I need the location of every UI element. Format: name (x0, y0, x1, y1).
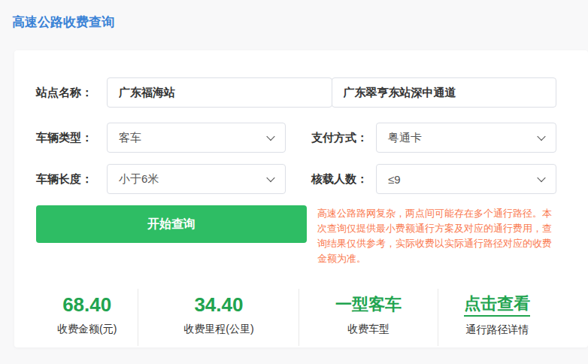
query-card: 站点名称： 车辆类型： 客车 支付方式： 粤通卡 车辆长度： 小于6米 (14, 50, 588, 347)
vehicle-length-label: 车辆长度： (36, 172, 107, 187)
station-to-input[interactable] (332, 77, 557, 108)
vehicle-length-select[interactable]: 小于6米 (107, 164, 286, 194)
toll-amount-label: 收费金额(元) (36, 323, 138, 336)
vehicle-class-value: 一型客车 (299, 293, 437, 316)
chevron-down-icon (266, 174, 274, 182)
chevron-down-icon (266, 132, 274, 141)
vehicle-length-group: 车辆长度： 小于6米 (36, 164, 286, 194)
page-title: 高速公路收费查询 (12, 14, 114, 31)
passenger-capacity-group: 核载人数： ≤9 (311, 164, 556, 194)
route-details-label: 通行路径详情 (438, 323, 556, 337)
length-capacity-row: 车辆长度： 小于6米 核载人数： ≤9 (36, 164, 556, 194)
chevron-down-icon (537, 174, 545, 182)
station-inputs (107, 77, 556, 108)
station-row: 站点名称： (36, 77, 556, 108)
toll-amount-value: 68.40 (36, 293, 138, 316)
vehicle-type-label: 车辆类型： (36, 131, 107, 145)
station-name-label: 站点名称： (36, 86, 107, 100)
vehicle-type-select[interactable]: 客车 (107, 123, 286, 153)
result-toll-distance: 34.40 收费里程(公里) (138, 289, 299, 346)
payment-method-label: 支付方式： (311, 131, 376, 145)
view-route-details-link[interactable]: 点击查看 (464, 293, 530, 317)
vehicle-type-value: 客车 (119, 131, 141, 145)
passenger-capacity-select[interactable]: ≤9 (376, 164, 556, 194)
payment-method-select[interactable]: 粤通卡 (376, 123, 556, 153)
action-row: 开始查询 高速公路路网复杂，两点间可能存在多个通行路径。本次查询仅提供最小费额通… (36, 205, 556, 266)
query-notice-text: 高速公路路网复杂，两点间可能存在多个通行路径。本次查询仅提供最小费额通行方案及对… (311, 205, 556, 266)
station-from-input[interactable] (107, 77, 332, 108)
vehicle-payment-row: 车辆类型： 客车 支付方式： 粤通卡 (36, 123, 556, 153)
payment-method-value: 粤通卡 (388, 131, 422, 145)
passenger-capacity-value: ≤9 (388, 173, 401, 186)
result-route-details: 点击查看 通行路径详情 (438, 289, 556, 346)
results-row: 68.40 收费金额(元) 34.40 收费里程(公里) 一型客车 收费车型 点… (36, 289, 556, 346)
toll-distance-value: 34.40 (138, 293, 299, 316)
vehicle-type-group: 车辆类型： 客车 (36, 123, 286, 153)
toll-distance-label: 收费里程(公里) (138, 323, 299, 336)
vehicle-length-value: 小于6米 (119, 172, 159, 187)
vehicle-class-label: 收费车型 (299, 323, 437, 336)
start-query-button[interactable]: 开始查询 (36, 205, 307, 243)
passenger-capacity-label: 核载人数： (311, 172, 376, 187)
result-toll-amount: 68.40 收费金额(元) (36, 289, 138, 346)
result-vehicle-class: 一型客车 收费车型 (299, 289, 437, 346)
chevron-down-icon (537, 132, 545, 141)
payment-method-group: 支付方式： 粤通卡 (311, 123, 556, 153)
